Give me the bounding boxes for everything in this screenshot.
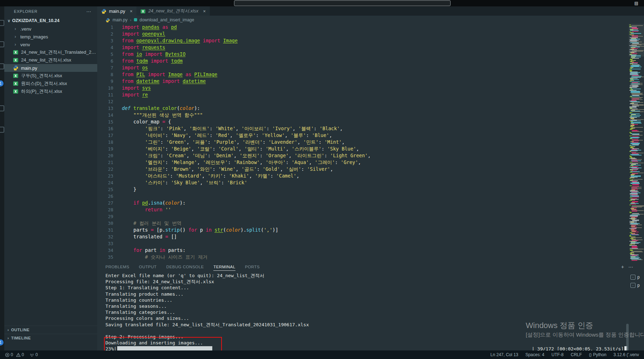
- workspace-root-folder[interactable]: ∨ OZKIZDATA_EN_10.24: [4, 16, 97, 25]
- file-item-.venv[interactable]: ›.venv: [4, 25, 97, 33]
- code-line: 34 for part in parts:: [97, 247, 629, 254]
- file-name: venv: [20, 42, 30, 47]
- file-name: 24_new_list_견적서.xlsx: [21, 57, 71, 63]
- ports-indicator[interactable]: 0: [30, 352, 38, 357]
- panel-actions: + ⋯: [621, 262, 633, 271]
- code-line: 2import openpyxl: [97, 31, 629, 37]
- line-number: 13: [97, 105, 122, 112]
- code-line: 26: [97, 193, 629, 200]
- terminal-instance[interactable]: ›p: [629, 282, 644, 289]
- tab-excel-file[interactable]: 24_new_list_견적서.xlsx ×: [136, 6, 209, 16]
- status-indentation[interactable]: Spaces: 4: [525, 352, 544, 357]
- file-item--p-_-.xlsx[interactable]: 하의(P)_견적서.xlsx: [4, 88, 97, 95]
- explorer-more-actions-icon[interactable]: ⋯: [86, 9, 92, 14]
- file-item-temp_images[interactable]: ›temp_images: [4, 33, 97, 41]
- terminal-icon: ›: [630, 283, 635, 288]
- tab-main-py[interactable]: main.py ×: [97, 6, 136, 16]
- timeline-section[interactable]: › TIMELINE: [4, 334, 97, 342]
- terminal-icon: ›: [630, 275, 635, 280]
- code-line: 21 '멜란지': 'Melange', '레인보우': 'Rainbow', …: [97, 159, 629, 166]
- activity-icon-fragment[interactable]: [0, 20, 4, 26]
- panel-more-icon[interactable]: ⋯: [628, 264, 633, 270]
- timeline-label: TIMELINE: [11, 336, 31, 340]
- line-number: 26: [97, 193, 122, 200]
- activity-badge: 1: [0, 339, 4, 345]
- terminal-line: [97, 328, 644, 334]
- terminal[interactable]: Enter Excel file name (or 'q' to quit): …: [97, 271, 644, 350]
- code-line: 15 color_map = {: [97, 118, 629, 125]
- minimap[interactable]: [629, 24, 644, 262]
- code-line: 23 '머스타드': 'Mustard', '카키': 'Khaki', '카멜…: [97, 173, 629, 179]
- excel-file-icon: [13, 49, 19, 55]
- terminal-instance[interactable]: ›p: [629, 274, 644, 281]
- breadcrumb-file[interactable]: main.py: [113, 17, 128, 22]
- status-eol[interactable]: CRLF: [571, 352, 582, 357]
- file-name: 24_new_list_견적서_Translated_2024...: [21, 49, 97, 56]
- code-line: 13def translate_color(color):: [97, 105, 629, 112]
- line-number: 19: [97, 146, 122, 152]
- activity-badge: 1: [0, 80, 4, 86]
- layout-icon[interactable]: ▤: [634, 0, 638, 6]
- file-item-24_new_list_-_translated_2024...[interactable]: 24_new_list_견적서_Translated_2024...: [4, 48, 97, 56]
- command-center[interactable]: [234, 0, 451, 6]
- line-number: 2: [97, 31, 122, 37]
- panel-tab-ports[interactable]: PORTS: [245, 263, 260, 270]
- file-list: ›.venv›temp_images›venv24_new_list_견적서_T…: [4, 25, 97, 95]
- editor-group: main.py × 24_new_list_견적서.xlsx × main.py…: [97, 6, 644, 262]
- file-item-main.py[interactable]: main.py: [4, 64, 97, 72]
- line-number: 9: [97, 78, 122, 85]
- code-line: 24 '스카이': 'Sky Blue', '브릭': 'Brick': [97, 179, 629, 186]
- panel-tab-debug-console[interactable]: DEBUG CONSOLE: [166, 263, 204, 270]
- code-line: 10import sys: [97, 85, 629, 91]
- line-number: 12: [97, 98, 122, 105]
- outline-section[interactable]: › OUTLINE: [4, 326, 97, 334]
- status-python-interpreter[interactable]: 3.12.6 ('.venv: [613, 352, 639, 357]
- status-language-mode[interactable]: {}Python: [589, 352, 607, 357]
- line-number: 8: [97, 71, 122, 78]
- line-number: 11: [97, 91, 122, 98]
- code-line: 30 # 컬러 분리 및 번역: [97, 220, 629, 227]
- vscode-window: ▤ 1 1 EXPLORER ⋯ ∨ OZKIZDATA_EN_10.24 ›.…: [0, 0, 644, 359]
- line-number: 35: [97, 254, 122, 260]
- file-item--s-_-.xlsx[interactable]: 구두(S)_견적서.xlsx: [4, 72, 97, 80]
- file-item-venv[interactable]: ›venv: [4, 41, 97, 48]
- close-icon[interactable]: ×: [130, 9, 133, 14]
- status-cursor-position[interactable]: Ln 247, Col 13: [490, 352, 518, 357]
- radio-tower-icon: [30, 353, 34, 357]
- terminal-line: Saving translated file: 24_new_list_견적서_…: [97, 322, 644, 328]
- code-line: 18 '그린': 'Green', '퍼플': 'Purple', '라벤더':…: [97, 139, 629, 146]
- code-line: 4import requests: [97, 44, 629, 51]
- activity-icon-fragment[interactable]: [0, 127, 4, 133]
- panel-tab-output[interactable]: OUTPUT: [139, 263, 157, 270]
- terminal-scrollbar[interactable]: [626, 324, 629, 352]
- excel-file-icon: [140, 9, 146, 14]
- line-number: 5: [97, 51, 122, 58]
- file-item--d-_-.xlsx[interactable]: 원피스(D)_견적서.xlsx: [4, 80, 97, 88]
- activity-bar: 1 1: [0, 6, 4, 350]
- terminal-line: Enter Excel file name (or 'q' to quit): …: [97, 273, 644, 279]
- panel-tab-terminal[interactable]: TERMINAL: [213, 263, 235, 271]
- line-number: 15: [97, 118, 122, 125]
- activity-icon-fragment[interactable]: [0, 41, 4, 47]
- line-number: 21: [97, 159, 122, 166]
- line-number: 6: [97, 58, 122, 64]
- close-icon[interactable]: ×: [203, 9, 206, 14]
- code-line: 14 """개선된 색상 번역 함수""": [97, 112, 629, 118]
- chevron-right-icon: ›: [13, 42, 18, 47]
- status-encoding[interactable]: UTF-8: [551, 352, 564, 357]
- code-line: 32 translated = []: [97, 233, 629, 240]
- activity-icon-fragment[interactable]: [0, 105, 4, 111]
- activity-icon-fragment[interactable]: [0, 63, 4, 69]
- code-editor[interactable]: 1import pandas as pd2import openpyxl3fro…: [97, 24, 629, 262]
- panel-tab-problems[interactable]: PROBLEMS: [105, 263, 129, 270]
- code-line: 25 }: [97, 186, 629, 193]
- title-bar: ▤: [0, 0, 644, 6]
- status-label: 3.12.6 ('.venv: [613, 352, 639, 357]
- new-terminal-icon[interactable]: +: [621, 264, 624, 270]
- status-label: CRLF: [571, 352, 582, 357]
- breadcrumb-symbol[interactable]: download_and_insert_image: [140, 17, 194, 22]
- status-label: UTF-8: [551, 352, 564, 357]
- line-number: 16: [97, 125, 122, 132]
- problems-indicator[interactable]: 0 0: [5, 352, 24, 357]
- file-item-24_new_list_-.xlsx[interactable]: 24_new_list_견적서.xlsx: [4, 56, 97, 64]
